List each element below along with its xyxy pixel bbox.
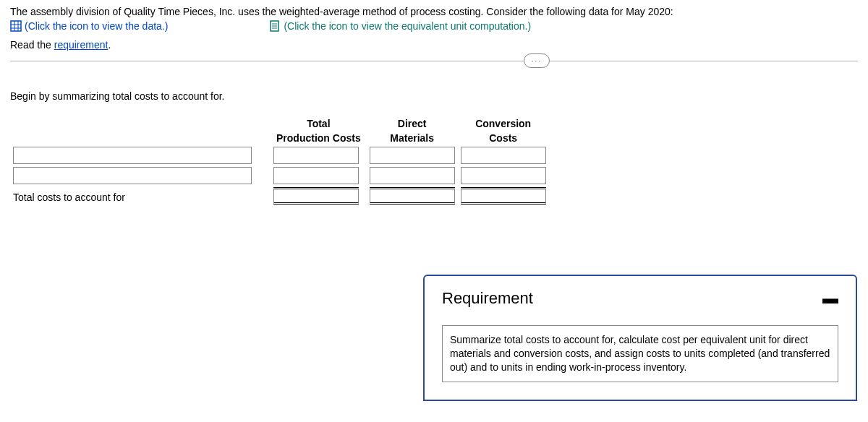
read-req-suffix: . — [108, 39, 111, 51]
document-icon — [269, 20, 281, 32]
header-conversion-1: Conversion — [458, 116, 549, 131]
direct-sum[interactable] — [370, 187, 455, 204]
conversion-sum[interactable] — [461, 187, 546, 204]
desc-input-1[interactable] — [13, 147, 252, 164]
header-total-1: Total — [271, 116, 367, 131]
icon-link-row: (Click the icon to view the data.) (Clic… — [10, 20, 858, 32]
intro-text: The assembly division of Quality Time Pi… — [10, 6, 858, 17]
read-req-prefix: Read the — [10, 39, 54, 51]
desc-input-2[interactable] — [13, 167, 252, 184]
direct-input-2[interactable] — [370, 167, 455, 184]
table-row — [10, 145, 549, 165]
direct-input-1[interactable] — [370, 147, 455, 164]
view-eu-link[interactable]: (Click the icon to view the equivalent u… — [269, 20, 531, 32]
table-row — [10, 165, 549, 186]
total-sum[interactable] — [273, 187, 359, 204]
expand-pill[interactable]: ··· — [524, 53, 550, 68]
header-conversion-2: Costs — [458, 131, 549, 145]
svg-rect-0 — [11, 21, 21, 31]
view-data-label: (Click the icon to view the data.) — [25, 20, 168, 32]
table-header-row-2: Production Costs Materials Costs — [10, 131, 549, 145]
conversion-input-2[interactable] — [461, 167, 546, 184]
step-instruction: Begin by summarizing total costs to acco… — [10, 90, 858, 102]
read-requirement-line: Read the requirement. — [10, 39, 858, 51]
table-total-row: Total costs to account for — [10, 186, 549, 208]
total-label: Total costs to account for — [10, 186, 271, 208]
table-icon — [10, 20, 22, 32]
separator-wrap: ··· — [10, 61, 858, 61]
requirement-link[interactable]: requirement — [54, 39, 109, 51]
header-direct-2: Materials — [367, 131, 458, 145]
cost-table: Total Direct Conversion Production Costs… — [10, 116, 549, 208]
view-eu-label: (Click the icon to view the equivalent u… — [284, 20, 531, 32]
total-input-2[interactable] — [273, 167, 359, 184]
separator-line — [10, 61, 858, 61]
conversion-input-1[interactable] — [461, 147, 546, 164]
view-data-link[interactable]: (Click the icon to view the data.) — [10, 20, 168, 32]
total-input-1[interactable] — [273, 147, 359, 164]
table-header-row-1: Total Direct Conversion — [10, 116, 549, 131]
header-total-2: Production Costs — [271, 131, 367, 145]
header-direct-1: Direct — [367, 116, 458, 131]
